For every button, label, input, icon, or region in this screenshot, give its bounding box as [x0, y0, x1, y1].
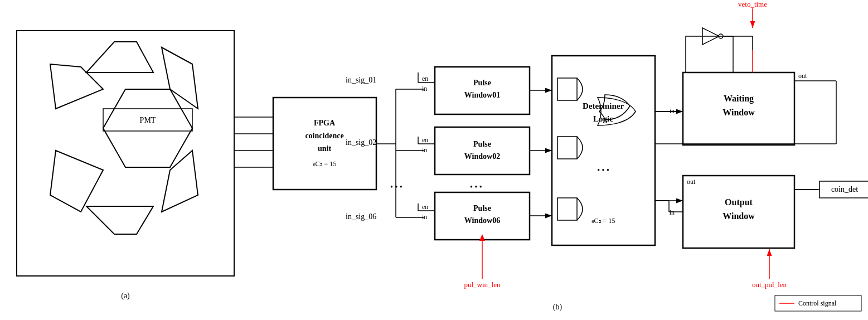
svg-rect-36 [557, 137, 577, 159]
svg-rect-35 [557, 78, 577, 100]
svg-marker-3 [162, 47, 198, 109]
svg-marker-1 [103, 89, 192, 167]
svg-marker-30 [479, 234, 485, 241]
pw01-label1: Pulse [473, 79, 491, 87]
svg-marker-4 [162, 151, 198, 212]
svg-marker-6 [50, 151, 103, 212]
pw02-label1: Pulse [473, 140, 491, 148]
label-b: (b) [553, 303, 562, 312]
pw01-label2: Window01 [464, 91, 500, 99]
output-label1: Output [725, 197, 753, 207]
svg-marker-7 [50, 64, 103, 109]
diagram-container: PMT FPGA coincidence unit ₆C₂ = 15 (a) i… [0, 0, 868, 320]
pw06-label2: Window06 [464, 216, 500, 225]
in-sig-06: in_sig_06 [346, 212, 376, 221]
ww-in-label: in [670, 107, 675, 115]
dots-middle: • • • [470, 183, 482, 191]
en-label-06: en [422, 203, 428, 211]
dots-left: • • • [390, 183, 403, 191]
fpga-label1: FPGA [314, 119, 336, 127]
ow-in-label: in [670, 209, 675, 216]
out-pul-len: out_pul_len [752, 280, 787, 289]
label-a: (a) [121, 292, 130, 300]
in-label-01: in [422, 85, 427, 93]
veto-time: veto_time [738, 0, 767, 8]
fpga-label2: coincidence [305, 132, 343, 140]
fpga-label3: unit [318, 144, 331, 153]
ow-out-label: out [687, 178, 696, 186]
in-sig-01: in_sig_01 [346, 76, 376, 84]
svg-rect-0 [17, 31, 234, 276]
pw02-label2: Window02 [464, 152, 500, 161]
en-label-01: en [422, 75, 428, 83]
waiting-label2: Window [722, 108, 755, 117]
output-label2: Window [722, 211, 755, 221]
pw06-label1: Pulse [473, 204, 491, 212]
coin-det-label: coin_det [831, 185, 858, 193]
in-label-02: in [422, 146, 427, 154]
in-label-06: in [422, 213, 427, 221]
svg-rect-37 [557, 198, 577, 220]
svg-marker-2 [86, 42, 153, 72]
pmt-label: PMT [140, 116, 156, 124]
ww-out-label: out [798, 72, 807, 80]
fpga-formula: ₆C₂ = 15 [313, 160, 337, 168]
waiting-label1: Waiting [724, 94, 754, 104]
in-sig-02: in_sig_02 [346, 138, 376, 147]
svg-rect-24 [435, 127, 530, 174]
c2-formula: ₆C₂ = 15 [591, 217, 615, 225]
dots-det: • • • [597, 166, 609, 174]
en-label-02: en [422, 136, 428, 144]
svg-marker-5 [86, 206, 153, 234]
control-signal-label: Control signal [798, 299, 837, 307]
pul-win-len: pul_win_len [464, 280, 501, 289]
